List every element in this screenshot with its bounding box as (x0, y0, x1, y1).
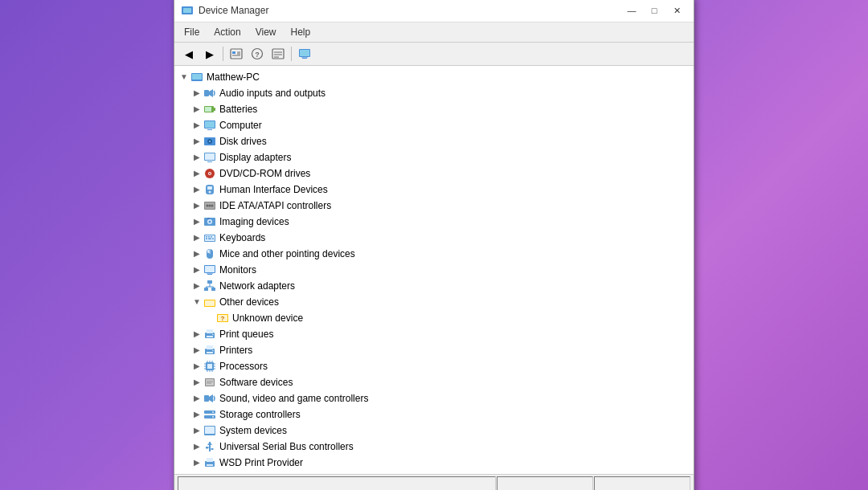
list-item[interactable]: ▶ DVD/CD-ROM drives (174, 165, 694, 182)
svg-rect-54 (211, 236, 212, 238)
minimize-button[interactable]: — (621, 2, 642, 18)
help-button[interactable]: ? (248, 45, 267, 63)
root-expander[interactable]: ▼ (178, 71, 190, 84)
expander[interactable]: ▶ (190, 167, 203, 180)
expander[interactable]: ▶ (190, 328, 203, 341)
list-item[interactable]: ▼ Other devices (174, 294, 694, 310)
svg-rect-79 (207, 329, 213, 333)
list-item[interactable]: ▶ Disk drives (174, 133, 694, 149)
expander[interactable]: ▶ (190, 344, 203, 357)
expander[interactable]: ▶ (190, 215, 203, 228)
svg-point-40 (209, 191, 211, 194)
title-bar-left: Device Manager (181, 4, 268, 17)
svg-rect-15 (300, 50, 309, 56)
usb-icon (203, 440, 216, 453)
computer-icon (203, 119, 216, 132)
expander[interactable]: ▶ (190, 456, 203, 469)
unknown-device-icon: ? (216, 312, 229, 325)
monitor-icon (203, 263, 216, 276)
list-item[interactable]: ▶ Audio inputs and outputs (174, 85, 694, 101)
menu-file[interactable]: File (178, 24, 206, 40)
toolbar-separator-1 (223, 47, 223, 61)
menu-view[interactable]: View (249, 24, 283, 40)
expander[interactable]: ▶ (190, 360, 203, 373)
menu-help[interactable]: Help (285, 24, 317, 40)
imaging-icon (203, 215, 216, 228)
list-item[interactable]: ▶ Universal Serial Bus controllers (174, 439, 694, 455)
expander[interactable]: ▶ (190, 440, 203, 453)
list-item[interactable]: ▶ WSD Print Provider (174, 455, 694, 471)
maximize-button[interactable]: □ (644, 2, 665, 18)
expander[interactable]: ▶ (190, 280, 203, 292)
list-item[interactable]: ▶ Print queues (174, 326, 694, 342)
close-button[interactable]: ✕ (666, 2, 687, 18)
expander[interactable]: ▶ (190, 135, 203, 148)
expander[interactable]: ▶ (190, 263, 203, 276)
list-item[interactable]: ▶ Mice and other pointing devices (174, 246, 694, 262)
update-button[interactable] (268, 45, 288, 63)
svg-rect-74 (205, 300, 215, 306)
processors-icon (203, 360, 216, 373)
svg-rect-120 (207, 458, 213, 462)
svg-rect-62 (205, 266, 215, 272)
expander[interactable]: ▶ (190, 151, 203, 164)
expander[interactable]: ▶ (190, 103, 203, 116)
display-label: Display adapters (219, 150, 291, 165)
expander[interactable]: ▶ (190, 424, 203, 437)
svg-point-31 (209, 141, 211, 142)
list-item[interactable]: ▶ Network adapters (174, 278, 694, 294)
svg-point-37 (209, 173, 211, 174)
list-item[interactable]: ▶ Imaging devices (174, 214, 694, 230)
network-icon (203, 280, 216, 292)
list-item[interactable]: ▶ Display adapters (174, 149, 694, 165)
list-item[interactable]: ▶ Keyboards (174, 230, 694, 246)
expander[interactable]: ▶ (190, 231, 203, 244)
list-item[interactable]: ▶ Computer (174, 117, 694, 133)
list-item[interactable]: ▶ System devices (174, 423, 694, 439)
print-queues-icon (203, 328, 216, 341)
expander[interactable]: ▶ (190, 183, 203, 196)
expander[interactable]: ▶ (190, 247, 203, 260)
list-item[interactable]: ▶ Proces (174, 358, 694, 374)
list-item[interactable]: ▶ Printers (174, 342, 694, 358)
list-item[interactable]: ▶ IDE ATA/ATAPI controllers (174, 198, 694, 214)
svg-point-108 (212, 411, 214, 413)
status-pane-3 (594, 476, 690, 490)
list-item[interactable]: ▶ Software devices (174, 374, 694, 390)
list-item[interactable]: ▶ Batteries (174, 101, 694, 117)
svg-rect-56 (208, 239, 211, 240)
title-bar-controls: — □ ✕ (621, 2, 687, 18)
tree-root[interactable]: ▼ Matthew-PC (174, 69, 694, 85)
battery-icon (203, 103, 216, 116)
svg-marker-22 (209, 89, 213, 97)
list-item[interactable]: ▶ Human Interface Devices (174, 182, 694, 198)
list-item[interactable]: ▶ Storage controllers (174, 406, 694, 423)
svg-rect-121 (207, 464, 213, 466)
svg-rect-19 (192, 74, 202, 80)
expander[interactable]: ▶ (190, 376, 203, 389)
expander[interactable]: ▶ (190, 408, 203, 421)
properties-button[interactable] (227, 45, 246, 63)
svg-text:?: ? (221, 315, 225, 322)
svg-rect-34 (207, 161, 212, 162)
svg-rect-112 (207, 435, 212, 435)
list-item[interactable]: ▶ ? Unknown device (174, 310, 694, 326)
svg-rect-4 (232, 51, 235, 54)
svg-rect-84 (207, 352, 213, 353)
svg-rect-116 (211, 448, 214, 450)
back-button[interactable]: ◀ (179, 45, 199, 63)
wsd-label: WSD Print Provider (219, 455, 303, 470)
list-item[interactable]: ▶ Sound, video and game controllers (174, 390, 694, 406)
expander[interactable]: ▶ (190, 199, 203, 212)
expander[interactable]: ▼ (190, 296, 203, 308)
list-item[interactable]: ▶ Monitors (174, 262, 694, 278)
keyboard-icon (203, 231, 216, 244)
expander[interactable]: ▶ (190, 392, 203, 405)
monitor-button[interactable] (295, 45, 314, 63)
svg-point-45 (211, 205, 214, 207)
disk-label: Disk drives (219, 134, 267, 149)
expander[interactable]: ▶ (190, 87, 203, 100)
forward-button[interactable]: ▶ (200, 45, 219, 63)
menu-action[interactable]: Action (207, 24, 247, 40)
expander[interactable]: ▶ (190, 119, 203, 132)
